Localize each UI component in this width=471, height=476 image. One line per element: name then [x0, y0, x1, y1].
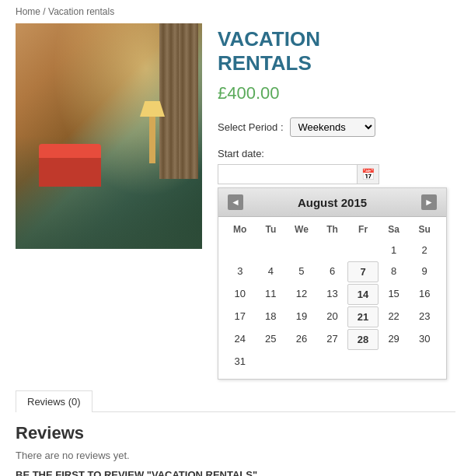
- no-reviews-text: There are no reviews yet.: [16, 450, 455, 461]
- reviews-tab[interactable]: Reviews (0): [16, 390, 92, 412]
- cal-day-26[interactable]: 26: [286, 329, 317, 350]
- cal-day-21[interactable]: 21: [347, 306, 379, 327]
- cal-day-16[interactable]: 16: [409, 284, 440, 305]
- cal-header-tu: Tu: [256, 222, 287, 237]
- cal-day-empty: [347, 352, 379, 371]
- cal-day-12[interactable]: 12: [286, 284, 317, 305]
- product-title: VACATION RENTALS: [218, 27, 455, 75]
- reviews-heading: Reviews: [16, 423, 455, 443]
- product-image: [16, 23, 202, 249]
- cal-day-4[interactable]: 4: [256, 261, 287, 282]
- calendar-month-year: August 2015: [298, 196, 367, 209]
- cal-day-empty: [225, 240, 256, 260]
- cal-day-3[interactable]: 3: [225, 261, 256, 282]
- cal-day-20[interactable]: 20: [317, 306, 348, 327]
- cal-day-24[interactable]: 24: [225, 329, 256, 350]
- cal-day-30[interactable]: 30: [409, 329, 440, 350]
- cal-day-empty: [317, 240, 348, 260]
- start-date-label: Start date:: [218, 148, 455, 159]
- calendar-grid: Mo Tu We Th Fr Sa Su 1 2: [218, 217, 446, 379]
- product-price: £400.00: [218, 83, 455, 103]
- be-first-review-text: BE THE FIRST TO REVIEW "VACATION RENTALS…: [16, 469, 455, 476]
- cal-day-empty: [317, 352, 348, 371]
- calendar-days: 1 2 3 4 5 6 7 8 9 10 11 12 13 14 15: [225, 240, 440, 371]
- cal-day-22[interactable]: 22: [379, 306, 410, 327]
- cal-header-th: Th: [317, 222, 348, 237]
- cal-day-17[interactable]: 17: [225, 306, 256, 327]
- calendar-prev-button[interactable]: ◄: [228, 194, 243, 210]
- cal-day-11[interactable]: 11: [256, 284, 287, 305]
- calendar-icon: 📅: [361, 168, 375, 180]
- period-select[interactable]: Weekends Weekdays Weekly Monthly: [290, 117, 375, 137]
- cal-day-10[interactable]: 10: [225, 284, 256, 305]
- start-date-input[interactable]: [218, 164, 358, 184]
- cal-day-2[interactable]: 2: [409, 240, 440, 260]
- cal-day-29[interactable]: 29: [379, 329, 410, 350]
- cal-day-7[interactable]: 7: [347, 261, 379, 282]
- reviews-tab-bar: Reviews (0): [16, 390, 455, 412]
- cal-day-19[interactable]: 19: [286, 306, 317, 327]
- product-info: VACATION RENTALS £400.00 Select Period :…: [218, 23, 455, 380]
- cal-header-su: Su: [409, 222, 440, 237]
- cal-header-fr: Fr: [347, 222, 379, 237]
- cal-day-13[interactable]: 13: [317, 284, 348, 305]
- cal-header-sa: Sa: [379, 222, 410, 237]
- breadcrumb: Home / Vacation rentals: [0, 0, 471, 23]
- cal-day-9[interactable]: 9: [409, 261, 440, 282]
- date-input-row: 📅: [218, 164, 455, 184]
- calendar-icon-button[interactable]: 📅: [358, 164, 379, 184]
- cal-day-empty: [409, 352, 440, 371]
- cal-day-15[interactable]: 15: [379, 284, 410, 305]
- cal-day-31[interactable]: 31: [225, 352, 256, 371]
- calendar-header: ◄ August 2015 ►: [218, 188, 446, 217]
- cal-day-14[interactable]: 14: [347, 284, 379, 305]
- cal-header-we: We: [286, 222, 317, 237]
- breadcrumb-current: Vacation rentals: [48, 6, 114, 17]
- cal-day-6[interactable]: 6: [317, 261, 348, 282]
- cal-day-25[interactable]: 25: [256, 329, 287, 350]
- cal-day-5[interactable]: 5: [286, 261, 317, 282]
- select-period-row: Select Period : Weekends Weekdays Weekly…: [218, 117, 455, 137]
- cal-day-empty: [256, 352, 287, 371]
- cal-day-empty: [347, 240, 379, 260]
- cal-day-18[interactable]: 18: [256, 306, 287, 327]
- calendar-next-button[interactable]: ►: [421, 194, 437, 210]
- cal-day-27[interactable]: 27: [317, 329, 348, 350]
- cal-day-1[interactable]: 1: [379, 240, 410, 260]
- cal-day-empty: [286, 240, 317, 260]
- select-period-label: Select Period :: [218, 121, 284, 133]
- cal-day-empty: [286, 352, 317, 371]
- cal-header-mo: Mo: [225, 222, 256, 237]
- cal-day-8[interactable]: 8: [379, 261, 410, 282]
- cal-day-empty: [379, 352, 410, 371]
- main-content: VACATION RENTALS £400.00 Select Period :…: [0, 23, 471, 380]
- cal-day-23[interactable]: 23: [409, 306, 440, 327]
- calendar-popup: ◄ August 2015 ► Mo Tu We Th Fr Sa Su: [218, 187, 447, 380]
- cal-day-28[interactable]: 28: [347, 329, 379, 350]
- breadcrumb-home-link[interactable]: Home: [16, 6, 40, 17]
- bottom-section: Reviews (0) Reviews There are no reviews…: [0, 380, 471, 476]
- calendar-day-headers: Mo Tu We Th Fr Sa Su: [225, 222, 440, 237]
- cal-day-empty: [256, 240, 287, 260]
